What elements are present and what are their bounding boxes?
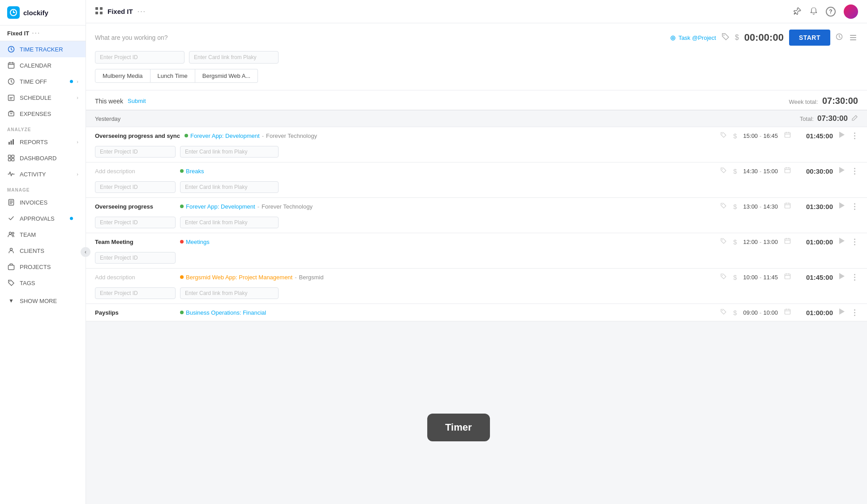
entry-start-3[interactable]: 12:00 [743, 239, 758, 245]
timer-task-project[interactable]: ⊕ Task @Project [670, 34, 716, 42]
timer-dollar-icon[interactable]: $ [735, 34, 739, 42]
entry-project-name-3[interactable]: Meetings [186, 239, 210, 245]
sidebar-item-expenses[interactable]: EXPENSES [0, 106, 86, 122]
entry-tag-icon-4[interactable] [720, 273, 727, 281]
entry-more-4[interactable] [851, 274, 858, 281]
recent-project-lunch[interactable]: Lunch Time [150, 69, 195, 83]
entry-project-name-2[interactable]: Forever App: Development [186, 203, 255, 210]
entry-project-id-input-4[interactable] [95, 287, 176, 299]
timer-card-link-input[interactable] [189, 51, 279, 64]
sidebar-item-projects[interactable]: PROJECTS [0, 259, 86, 275]
entry-play-3[interactable] [839, 238, 845, 246]
entry-dollar-icon-0[interactable]: $ [733, 132, 737, 140]
recent-project-bergsmid[interactable]: Bergsmid Web A... [195, 69, 258, 83]
entry-desc-1[interactable]: Add description [95, 168, 176, 175]
entry-end-0[interactable]: 16:45 [763, 132, 778, 139]
workspace-dots[interactable]: ··· [32, 29, 40, 37]
entry-start-0[interactable]: 15:00 [743, 132, 758, 139]
entry-dollar-icon-5[interactable]: $ [733, 309, 737, 316]
entry-project-id-input-0[interactable] [95, 146, 176, 158]
entry-cal-icon-2[interactable] [784, 202, 791, 210]
user-avatar[interactable] [844, 4, 858, 19]
entry-cal-icon-3[interactable] [784, 238, 791, 246]
sidebar-item-dashboard[interactable]: DASHBOARD [0, 150, 86, 166]
entry-more-2[interactable] [851, 203, 858, 210]
timer-tag-icon[interactable] [721, 33, 730, 43]
entry-more-1[interactable] [851, 168, 858, 175]
entry-play-1[interactable] [839, 167, 845, 175]
sidebar-item-schedule[interactable]: SCHEDULE › [0, 90, 86, 106]
entry-desc-0[interactable]: Overseeing progress and sync [95, 132, 180, 139]
entry-play-5[interactable] [839, 308, 845, 316]
timer-list-mode-icon[interactable] [848, 33, 858, 42]
sidebar-item-activity[interactable]: ACTIVITY › [0, 166, 86, 182]
entry-cal-icon-5[interactable] [784, 308, 791, 316]
sidebar-item-invoices[interactable]: INVOICES [0, 194, 86, 210]
timer-clock-icon[interactable] [836, 33, 843, 42]
entry-end-3[interactable]: 13:00 [763, 239, 778, 245]
timer-project-id-input[interactable] [95, 51, 185, 64]
help-icon[interactable]: ? [826, 7, 836, 17]
entry-desc-4[interactable]: Add description [95, 274, 176, 281]
sidebar-item-show-more[interactable]: ▼ SHOW MORE [0, 293, 86, 309]
entry-tag-icon-1[interactable] [720, 167, 727, 175]
entry-project-name-1[interactable]: Breaks [186, 168, 204, 175]
entry-start-2[interactable]: 13:00 [743, 203, 758, 210]
entry-end-1[interactable]: 15:00 [763, 168, 778, 175]
sidebar-collapse-btn[interactable]: ‹ [81, 247, 86, 257]
entry-cal-icon-0[interactable] [784, 132, 791, 140]
entry-play-0[interactable] [839, 132, 845, 140]
recent-project-mulberry[interactable]: Mulberry Media [95, 69, 150, 83]
bell-icon[interactable] [810, 7, 818, 17]
entry-tag-icon-5[interactable] [720, 308, 727, 316]
sidebar-item-time-tracker[interactable]: TIME TRACKER [0, 41, 86, 57]
entry-tag-icon-2[interactable] [720, 202, 727, 210]
entry-dollar-icon-3[interactable]: $ [733, 238, 737, 246]
sidebar-item-team[interactable]: TEAM [0, 226, 86, 243]
entry-card-link-input-1[interactable] [180, 181, 279, 193]
submit-button[interactable]: Submit [128, 98, 146, 104]
entry-more-3[interactable] [851, 239, 858, 245]
topbar-workspace-dots[interactable]: ··· [137, 8, 146, 16]
entry-project-id-input-2[interactable] [95, 217, 176, 228]
entry-more-0[interactable] [851, 132, 858, 139]
sidebar-item-tags[interactable]: TAGS [0, 275, 86, 291]
entry-dollar-icon-2[interactable]: $ [733, 203, 737, 210]
entry-start-4[interactable]: 10:00 [743, 274, 758, 281]
entry-card-link-input-2[interactable] [180, 217, 279, 228]
entry-card-link-input-0[interactable] [180, 146, 279, 158]
collapse-icon[interactable]: ‹ [81, 247, 86, 257]
entry-card-link-input-4[interactable] [180, 287, 279, 299]
sidebar-item-time-off[interactable]: TIME OFF › [0, 73, 86, 90]
entry-play-4[interactable] [839, 273, 845, 281]
entry-project-id-input-1[interactable] [95, 181, 176, 193]
entry-more-5[interactable] [851, 309, 858, 316]
entry-cal-icon-1[interactable] [784, 167, 791, 175]
entry-end-5[interactable]: 10:00 [763, 309, 778, 316]
entry-project-name-5[interactable]: Business Operations: Financial [186, 309, 266, 316]
entry-desc-5[interactable]: Payslips [95, 309, 176, 316]
entry-end-2[interactable]: 14:30 [763, 203, 778, 210]
entry-desc-3[interactable]: Team Meeting [95, 239, 176, 245]
entry-play-2[interactable] [839, 202, 845, 210]
entry-project-id-input-3[interactable] [95, 252, 176, 264]
sidebar-item-clients[interactable]: CLIENTS [0, 243, 86, 259]
entry-project-name-4[interactable]: Bergsmid Web App: Project Management [186, 274, 292, 281]
entry-project-name-0[interactable]: Forever App: Development [190, 132, 260, 139]
day-edit-icon[interactable] [851, 115, 858, 123]
workspace-row[interactable]: Fixed IT ··· [0, 26, 86, 41]
start-button[interactable]: START [789, 30, 830, 46]
apps-grid-icon[interactable] [95, 7, 103, 16]
sidebar-item-calendar[interactable]: CALENDAR [0, 57, 86, 73]
entry-desc-2[interactable]: Overseeing progress [95, 203, 176, 210]
entry-tag-icon-3[interactable] [720, 238, 727, 246]
sidebar-item-reports[interactable]: REPORTS › [0, 134, 86, 150]
entry-tag-icon-0[interactable] [720, 132, 727, 140]
timer-description-placeholder[interactable]: What are you working on? [95, 34, 665, 41]
entry-end-4[interactable]: 11:45 [763, 274, 778, 281]
entry-start-5[interactable]: 09:00 [743, 309, 758, 316]
entry-cal-icon-4[interactable] [784, 273, 791, 281]
sidebar-item-approvals[interactable]: APPROVALS [0, 210, 86, 226]
pin-icon[interactable] [794, 7, 802, 17]
entry-start-1[interactable]: 14:30 [743, 168, 758, 175]
